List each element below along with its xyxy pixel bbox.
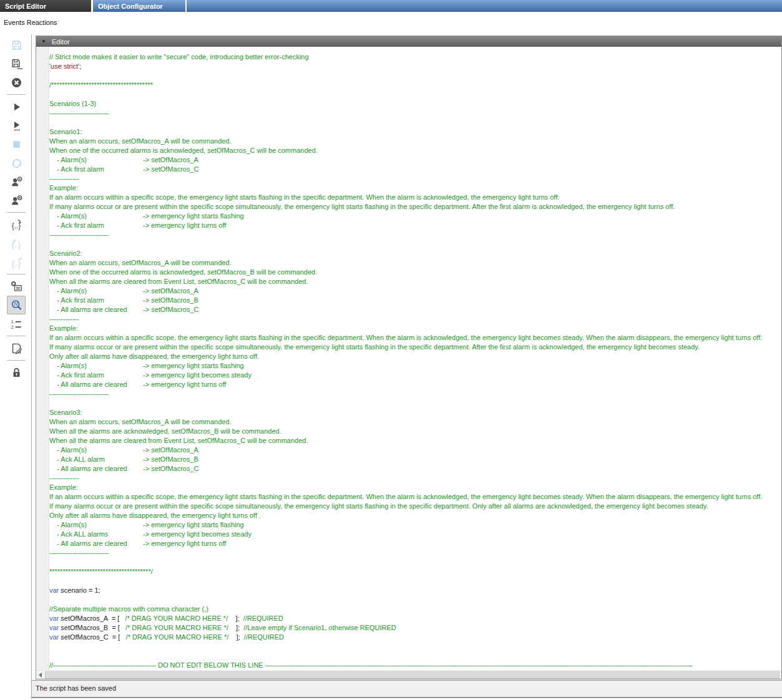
- toolbar-separator: [7, 274, 26, 275]
- code-line: Scenario2:: [49, 249, 781, 258]
- toolbar-button-save-as[interactable]: [7, 54, 26, 73]
- code-line: Scenarios (1-3): [49, 99, 781, 109]
- code-line: - All alarms are cleared -> emergency li…: [49, 380, 781, 389]
- code-line: -------------: [49, 474, 781, 483]
- code-line: Only after all alarms have disappeared, …: [49, 511, 781, 520]
- toolbar-button-run-options[interactable]: [7, 116, 26, 135]
- tab-object-configurator-label: Object Configurator: [98, 2, 163, 10]
- toolbar-button-clear-script[interactable]: [7, 277, 26, 296]
- code-content[interactable]: // Strict mode makes it easier to write …: [49, 52, 781, 671]
- code-line: If many alarms occur or are present with…: [49, 343, 781, 352]
- code-line: Only after all alarms have disappeared, …: [49, 352, 781, 361]
- code-line: var scenario = 1;: [49, 586, 781, 595]
- toolbar-button-import-code[interactable]: {..}: [7, 215, 26, 234]
- toolbar-button-user-remove[interactable]: [7, 191, 26, 210]
- code-line: Scenario1:: [49, 127, 781, 137]
- toolbar-button-edit-external[interactable]: [7, 339, 26, 357]
- code-line: When an alarm occurs, setOfMacros_A will…: [49, 137, 781, 146]
- toolbar-separator: [7, 360, 26, 361]
- toolbar-button-cancel[interactable]: [7, 73, 26, 92]
- code-line: - Ack ALL alarms -> emergency light beco…: [49, 530, 781, 539]
- code-line: When all the alarms are cleared from Eve…: [49, 436, 781, 445]
- collapse-icon[interactable]: ▼: [41, 39, 46, 44]
- svg-text:{..}: {..}: [11, 241, 21, 250]
- code-line: [49, 642, 781, 651]
- save-as-icon: [11, 58, 22, 70]
- code-line: var setOfMacros_A = [ /* DRAG YOUR MACRO…: [49, 614, 781, 623]
- toolbar-button-export-code-up[interactable]: {..}: [7, 234, 26, 253]
- code-line: 'use strict';: [49, 62, 781, 71]
- toolbar-button-export-code-out[interactable]: {..}: [7, 253, 26, 271]
- code-line: [49, 240, 781, 249]
- left-toolbar: {..}{..}{..}N1.2.: [5, 36, 27, 382]
- code-line: [49, 651, 781, 661]
- user-settings-icon: [11, 176, 22, 188]
- scrollbar-left-arrow-icon[interactable]: [37, 672, 44, 678]
- run-icon: [11, 101, 22, 113]
- code-line: var setOfMacros_B = [ /* DRAG YOUR MACRO…: [49, 623, 781, 633]
- page-title: Events Reactions: [4, 19, 57, 26]
- editor-header[interactable]: ▼ Editor: [36, 36, 781, 47]
- stop-icon: [11, 139, 22, 150]
- code-line: - All alarms are cleared -> emergency li…: [49, 539, 781, 548]
- run-options-icon: [11, 120, 22, 132]
- lock-icon: [11, 367, 22, 379]
- status-bar: The script has been saved: [32, 680, 782, 698]
- save-icon: [11, 39, 22, 51]
- code-line: Scenario3:: [49, 408, 781, 417]
- toolbar-button-line-numbers[interactable]: 1.2.: [7, 314, 26, 333]
- code-line: If an alarm occurs within a specific sco…: [49, 193, 781, 202]
- export-code-up-icon: {..}: [11, 238, 22, 250]
- toolbar-button-save[interactable]: [7, 36, 26, 54]
- editor-body: // Strict mode makes it easier to write …: [36, 47, 781, 671]
- toolbar-button-run[interactable]: [7, 97, 26, 116]
- code-line: If an alarm occurs within a specific sco…: [49, 492, 781, 502]
- toolbar-button-find[interactable]: N: [7, 296, 26, 314]
- code-line: -------------: [49, 174, 781, 183]
- horizontal-scrollbar: [36, 670, 781, 679]
- toolbar-button-user-settings[interactable]: [7, 172, 26, 191]
- code-line: [49, 576, 781, 586]
- import-code-icon: {..}: [11, 219, 22, 231]
- code-line: -------------: [49, 314, 781, 324]
- svg-text:N: N: [14, 301, 17, 307]
- code-line: - All alarms are cleared -> setOfMacros_…: [49, 464, 781, 474]
- code-line: - Alarm(s) -> setOfMacros_A: [49, 286, 781, 296]
- toolbar-separator: [7, 94, 26, 95]
- code-line: - Ack ALL alarm -> setOfMacros_B: [49, 455, 781, 464]
- toolbar-button-stop[interactable]: [7, 135, 26, 153]
- code-line: - Ack first alarm -> emergency light bec…: [49, 371, 781, 380]
- code-line: - Alarm(s) -> setOfMacros_A: [49, 155, 781, 165]
- code-line: When an alarm occurs, setOfMacros_A will…: [49, 258, 781, 268]
- code-line: When one of the occurred alarms is ackno…: [49, 268, 781, 277]
- line-numbers-icon: 1.2.: [11, 318, 22, 330]
- tab-object-configurator[interactable]: Object Configurator: [93, 0, 185, 12]
- toolbar-button-redo[interactable]: [7, 153, 26, 172]
- code-line: - Alarm(s) -> emergency light starts fla…: [49, 361, 781, 371]
- user-remove-icon: [11, 195, 22, 207]
- code-line: - Alarm(s) -> setOfMacros_A: [49, 445, 781, 455]
- code-line: - Ack first alarm -> emergency light tur…: [49, 221, 781, 230]
- code-line: - Ack first alarm -> setOfMacros_B: [49, 296, 781, 305]
- redo-icon: [11, 157, 22, 169]
- code-line: If many alarms occur or are present with…: [49, 502, 781, 511]
- code-line: - Alarm(s) -> emergency light starts fla…: [49, 211, 781, 221]
- code-line: [49, 595, 781, 605]
- toolbar-button-lock[interactable]: [7, 363, 26, 382]
- tab-script-editor[interactable]: Script Editor: [0, 0, 91, 12]
- frame-divider: [31, 34, 32, 699]
- code-line: When one of the occurred alarms is ackno…: [49, 146, 781, 155]
- editor-gutter: [36, 47, 49, 671]
- clear-script-icon: [11, 281, 22, 293]
- code-line: //Separate multiple macros with comma ch…: [49, 605, 781, 614]
- code-line: [49, 399, 781, 408]
- code-line: /**************************************: [49, 80, 781, 90]
- code-line: [49, 118, 781, 127]
- code-line: Example:: [49, 324, 781, 333]
- code-line: // Strict mode makes it easier to write …: [49, 52, 781, 62]
- code-line: - Ack first alarm -> setOfMacros_C: [49, 165, 781, 174]
- scrollbar-thumb[interactable]: [45, 671, 780, 679]
- code-line: --------------------------: [49, 230, 781, 240]
- svg-text:2.: 2.: [11, 324, 14, 329]
- code-line: Example:: [49, 183, 781, 193]
